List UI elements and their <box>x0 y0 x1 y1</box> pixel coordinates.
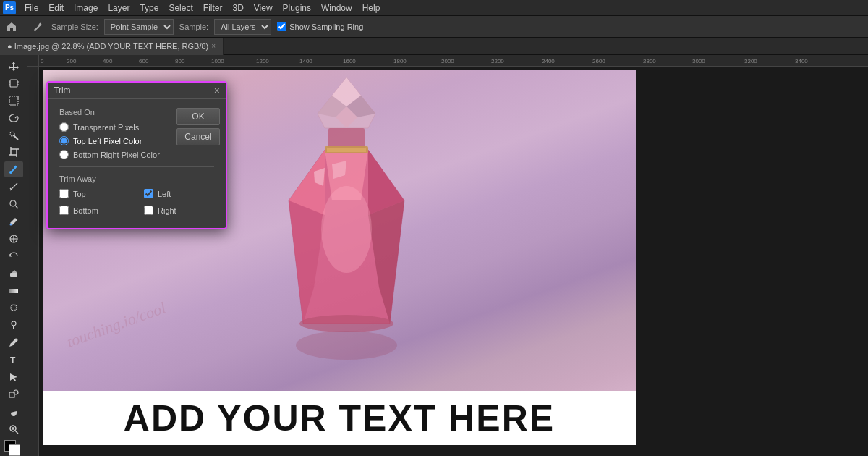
ruler-horizontal: .rt{fill:#888;font-size:8px;font-family:… <box>39 55 868 67</box>
dodge-tool[interactable] <box>4 317 23 333</box>
brush-tool[interactable] <box>4 214 23 229</box>
sample-size-select[interactable]: Point Sample <box>104 19 174 35</box>
svg-marker-34 <box>10 373 17 381</box>
bottom-checkbox[interactable] <box>59 206 69 215</box>
pen-tool[interactable] <box>4 334 23 350</box>
svg-text:2200: 2200 <box>491 58 504 64</box>
top-left-pixel-radio[interactable] <box>59 136 69 145</box>
eraser-tool[interactable] <box>4 266 23 282</box>
artboard-tool[interactable] <box>4 75 23 91</box>
menu-edit[interactable]: Edit <box>44 1 68 14</box>
top-checkbox[interactable] <box>59 189 69 198</box>
left-label: Left <box>158 190 171 198</box>
history-brush-tool[interactable] <box>4 248 23 264</box>
canvas-bottom-text: ADD YOUR TEXT HERE <box>124 397 555 439</box>
menu-image[interactable]: Image <box>69 1 102 14</box>
menu-type[interactable]: Type <box>135 1 163 14</box>
show-sampling-ring-row: Show Sampling Ring <box>277 22 363 31</box>
active-tab[interactable]: ● Image.jpg @ 22.8% (ADD YOUR TEXT HERE,… <box>0 38 224 55</box>
menu-layer[interactable]: Layer <box>103 1 134 14</box>
top-left-pixel-label: Top Left Pixel Color <box>73 137 142 145</box>
svg-line-38 <box>15 431 18 434</box>
svg-text:2800: 2800 <box>643 58 656 64</box>
dialog-body: OK Cancel Based On Transparent Pixels <box>48 99 226 228</box>
select-rect-tool[interactable] <box>4 93 23 109</box>
sample-size-label: Sample Size: <box>51 22 98 31</box>
eyedropper-tool[interactable] <box>4 161 23 177</box>
lasso-tool[interactable] <box>4 110 23 126</box>
svg-point-69 <box>296 331 397 360</box>
menu-3d[interactable]: 3D <box>228 1 247 14</box>
crop-tool[interactable] <box>4 144 23 160</box>
svg-point-31 <box>12 321 16 326</box>
menu-items: File Edit Image Layer Type Select Filter… <box>20 1 384 14</box>
transparent-pixels-radio[interactable] <box>59 122 69 132</box>
dialog-content-area: OK Cancel Based On Transparent Pixels <box>59 108 214 219</box>
svg-rect-28 <box>10 273 17 277</box>
ok-button[interactable]: OK <box>176 108 220 125</box>
magic-wand-tool[interactable] <box>4 127 23 143</box>
svg-text:2400: 2400 <box>542 58 555 64</box>
hand-tool[interactable] <box>4 404 23 420</box>
path-select-tool[interactable] <box>4 369 23 385</box>
left-toolbar: T <box>0 55 27 456</box>
svg-text:400: 400 <box>103 58 113 64</box>
svg-line-11 <box>14 135 18 140</box>
color-swatches[interactable] <box>4 440 23 454</box>
ruler-vertical <box>27 67 39 456</box>
move-tool[interactable] <box>4 58 23 74</box>
bottom-option: Bottom <box>59 206 129 215</box>
home-button[interactable] <box>4 20 19 34</box>
menu-bar: Ps File Edit Image Layer Type Select Fil… <box>0 0 868 16</box>
svg-text:200: 200 <box>67 58 77 64</box>
menu-view[interactable]: View <box>250 1 277 14</box>
cancel-button[interactable]: Cancel <box>176 128 220 145</box>
svg-point-2 <box>34 29 36 31</box>
canvas-content-row: touching.io/cool <box>27 67 868 456</box>
sample-select[interactable]: All Layers <box>214 19 271 35</box>
right-checkbox[interactable] <box>144 206 153 215</box>
clone-tool[interactable] <box>4 231 23 247</box>
dialog-title-bar: Trim × <box>48 83 226 99</box>
svg-point-24 <box>9 223 12 225</box>
show-sampling-ring-checkbox[interactable] <box>277 22 286 31</box>
background-color[interactable] <box>9 444 20 456</box>
svg-point-22 <box>10 200 16 206</box>
zoom-tool[interactable] <box>4 421 23 437</box>
dialog-close-button[interactable]: × <box>214 85 220 96</box>
menu-filter[interactable]: Filter <box>199 1 227 14</box>
trim-options-grid: Top Left Bottom <box>59 189 214 219</box>
left-checkbox[interactable] <box>144 189 153 198</box>
blur-tool[interactable] <box>4 300 23 316</box>
ruler-row: .rt{fill:#888;font-size:8px;font-family:… <box>27 55 868 67</box>
tab-bar: ● Image.jpg @ 22.8% (ADD YOUR TEXT HERE,… <box>0 38 868 55</box>
bottom-right-pixel-radio[interactable] <box>59 150 69 159</box>
svg-rect-67 <box>327 148 366 152</box>
gradient-tool[interactable] <box>4 283 23 299</box>
svg-text:1000: 1000 <box>211 58 224 64</box>
sample-label: Sample: <box>179 22 208 31</box>
toolbar-separator-1 <box>25 20 25 34</box>
watermark: touching.io/cool <box>64 298 169 352</box>
shape-tool[interactable] <box>4 387 23 402</box>
svg-point-65 <box>321 186 372 273</box>
menu-help[interactable]: Help <box>358 1 385 14</box>
type-tool[interactable]: T <box>4 352 23 368</box>
menu-file[interactable]: File <box>20 1 43 14</box>
svg-text:1600: 1600 <box>343 58 356 64</box>
left-option: Left <box>144 189 214 198</box>
svg-point-30 <box>11 305 17 311</box>
toolbar: Sample Size: Point Sample Sample: All La… <box>0 16 868 38</box>
menu-select[interactable]: Select <box>164 1 197 14</box>
menu-window[interactable]: Window <box>317 1 357 14</box>
dialog-divider <box>59 166 214 167</box>
svg-text:T: T <box>10 355 16 365</box>
trim-away-label: Trim Away <box>59 174 214 183</box>
tab-close-button[interactable]: × <box>211 42 216 50</box>
right-label: Right <box>158 206 176 215</box>
measure-tool[interactable] <box>4 179 23 195</box>
svg-point-19 <box>9 171 12 174</box>
heal-tool[interactable] <box>4 196 23 212</box>
menu-plugins[interactable]: Plugins <box>278 1 315 14</box>
svg-point-68 <box>299 315 393 332</box>
